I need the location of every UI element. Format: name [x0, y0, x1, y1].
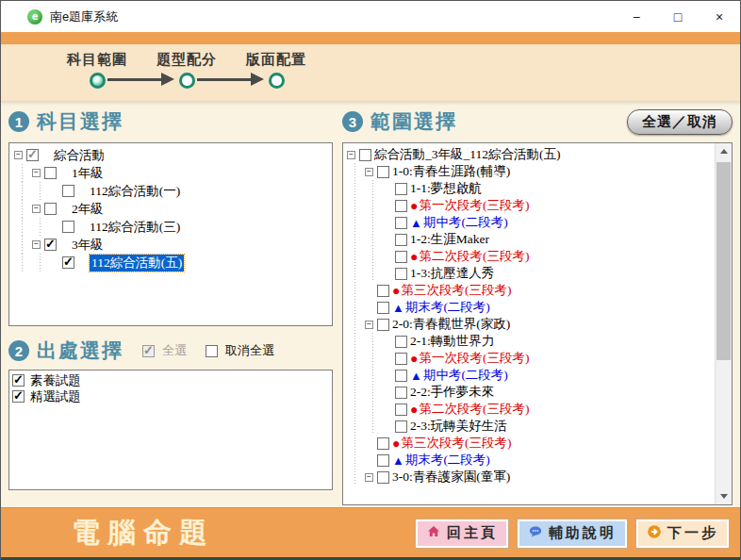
tree-item-checkbox[interactable]: [377, 454, 389, 467]
tree-item[interactable]: −綜合活動: [14, 146, 332, 164]
tree-item-checkbox[interactable]: [377, 302, 389, 314]
tree-item-checkbox[interactable]: [26, 149, 39, 161]
tree-item[interactable]: 2-1:轉動世界力: [347, 333, 732, 350]
tree-item[interactable]: −1年級: [14, 164, 332, 182]
step-circle-1-active-icon[interactable]: [90, 73, 106, 89]
select-all-toggle-button[interactable]: 全選／取消: [627, 109, 733, 135]
tree-item[interactable]: 2-3:玩轉美好生活: [347, 418, 732, 435]
scroll-down-icon[interactable]: [716, 488, 732, 504]
tree-item-label: 期中考(二段考): [423, 214, 508, 231]
tree-collapse-icon[interactable]: −: [32, 169, 41, 177]
tree-item[interactable]: 1-2:生涯Maker: [347, 231, 732, 248]
tree-item-checkbox[interactable]: [44, 203, 57, 215]
tree-collapse-icon[interactable]: −: [365, 168, 373, 176]
tree-item-checkbox[interactable]: [44, 239, 57, 251]
select-all-checkbox[interactable]: [142, 345, 155, 357]
next-arrow-icon: [647, 524, 662, 543]
tree-item[interactable]: 112綜合活動(一): [14, 182, 332, 200]
tree-item-checkbox[interactable]: [395, 251, 407, 263]
tree-item[interactable]: −2年級: [14, 200, 332, 218]
tree-guide-line: [365, 197, 383, 214]
vertical-scrollbar[interactable]: [715, 143, 732, 504]
tree-collapse-icon[interactable]: −: [347, 151, 355, 159]
tree-item[interactable]: ▲期末考(二段考): [347, 452, 732, 469]
tree-guide-line: [347, 350, 365, 367]
tree-item[interactable]: ▲期中考(二段考): [347, 214, 732, 231]
tree-collapse-icon[interactable]: −: [32, 240, 41, 249]
tree-item[interactable]: ●第一次段考(三段考): [347, 350, 732, 367]
tree-item[interactable]: −綜合活動_3年級_112綜合活動(五): [347, 146, 732, 163]
tree-item-checkbox[interactable]: [62, 185, 74, 197]
tree-item-checkbox[interactable]: [395, 217, 407, 229]
source-list-item[interactable]: 素養試題: [12, 372, 332, 388]
tree-item[interactable]: ●第三次段考(三段考): [347, 435, 732, 452]
tree-item-checkbox[interactable]: [44, 167, 57, 179]
tree-item[interactable]: 112綜合活動(三): [14, 218, 332, 236]
tree-collapse-icon[interactable]: −: [32, 205, 41, 213]
tree-item[interactable]: −2-0:青春觀世界(家政): [347, 316, 732, 333]
tree-guide-line: [14, 182, 32, 200]
tree-item-checkbox[interactable]: [377, 285, 389, 297]
tree-collapse-icon[interactable]: −: [14, 151, 23, 159]
tree-item-checkbox[interactable]: [395, 268, 407, 280]
wizard-stepper: 科目範圍 題型配分 版面配置: [1, 44, 740, 101]
tree-item-checkbox[interactable]: [359, 149, 371, 161]
deselect-all-checkbox[interactable]: [206, 345, 218, 357]
step-circle-2-icon[interactable]: [179, 73, 195, 89]
next-step-button[interactable]: 下一步: [636, 519, 729, 548]
tree-item-checkbox[interactable]: [395, 234, 407, 246]
tree-item-checkbox[interactable]: [395, 387, 407, 399]
window-title: 南e題庫系統: [50, 8, 118, 25]
tree-item-checkbox[interactable]: [395, 336, 407, 348]
scroll-up-icon[interactable]: [716, 143, 732, 159]
brand-title: 電腦命題: [72, 514, 215, 552]
tree-item-checkbox[interactable]: [395, 404, 407, 416]
tree-item-checkbox[interactable]: [395, 200, 407, 212]
source-item-checkbox[interactable]: [12, 390, 25, 403]
scrollbar-thumb[interactable]: [716, 162, 731, 360]
tree-item[interactable]: ●第三次段考(三段考): [347, 282, 732, 299]
tree-item[interactable]: −3年級: [14, 236, 332, 254]
tree-item-checkbox[interactable]: [377, 319, 389, 331]
tree-item-checkbox[interactable]: [377, 437, 389, 450]
home-button[interactable]: 回主頁: [416, 519, 508, 548]
source-list-item[interactable]: 精選試題: [12, 388, 332, 404]
tree-item[interactable]: ▲期末考(二段考): [347, 299, 732, 316]
step-circle-3-icon[interactable]: [269, 73, 285, 89]
tree-item[interactable]: −1-0:青春生涯路(輔導): [347, 163, 732, 180]
tree-item[interactable]: 1-1:夢想啟航: [347, 180, 732, 197]
tree-item-checkbox[interactable]: [395, 370, 407, 382]
select-all-checkbox-group[interactable]: 全選: [142, 342, 187, 359]
tree-guide-line: [347, 384, 365, 401]
tree-collapse-icon[interactable]: −: [365, 473, 373, 482]
source-item-checkbox[interactable]: [12, 374, 25, 387]
tree-guide-line: [347, 316, 365, 333]
deselect-all-checkbox-group[interactable]: 取消全選: [206, 342, 274, 359]
tree-item-checkbox[interactable]: [62, 221, 74, 233]
tree-collapse-icon[interactable]: −: [365, 321, 373, 329]
tree-item-label: 2-2:手作夢未來: [410, 384, 494, 401]
tree-item-checkbox[interactable]: [395, 183, 407, 195]
tree-guide-line: [365, 265, 383, 282]
tree-item-checkbox[interactable]: [395, 353, 407, 365]
range-section-title: 範圍選擇: [370, 108, 457, 135]
tree-item[interactable]: 2-2:手作夢未來: [347, 384, 732, 401]
maximize-button[interactable]: □: [657, 1, 699, 32]
close-button[interactable]: ×: [699, 1, 740, 32]
help-button[interactable]: 輔助說明: [518, 519, 627, 548]
tree-item-checkbox[interactable]: [377, 166, 389, 178]
tree-item[interactable]: ●第一次段考(三段考): [347, 197, 732, 214]
tree-item[interactable]: ●第二次段考(三段考): [347, 401, 732, 418]
tree-item[interactable]: −3-0:青春護家園(童軍): [347, 469, 732, 486]
tree-guide-line: [347, 452, 365, 469]
tree-item-label: 第二次段考(三段考): [419, 401, 529, 418]
tree-item-checkbox[interactable]: [395, 420, 407, 433]
tree-item[interactable]: ▲期中考(二段考): [347, 367, 732, 384]
tree-item-checkbox[interactable]: [62, 256, 74, 269]
section-number-2-icon: 2: [8, 340, 29, 361]
minimize-button[interactable]: −: [616, 1, 657, 32]
tree-item-checkbox[interactable]: [377, 471, 389, 484]
tree-item[interactable]: 112綜合活動(五): [14, 254, 332, 272]
tree-item[interactable]: ●第二次段考(三段考): [347, 248, 732, 265]
tree-item[interactable]: 1-3:抗壓達人秀: [347, 265, 732, 282]
